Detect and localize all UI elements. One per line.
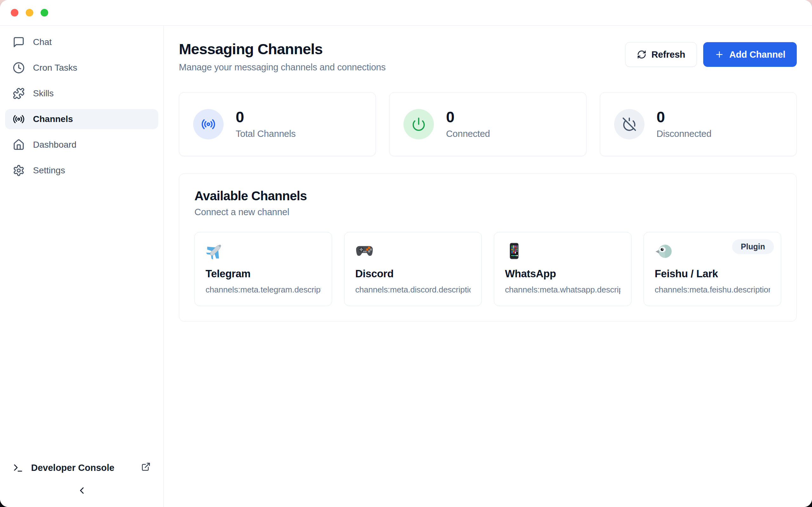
stat-value: 0	[657, 109, 711, 125]
game-controller-emoji	[355, 242, 374, 260]
channel-description: channels:meta.discord.descriptic	[355, 285, 471, 295]
stats-row: 0 Total Channels 0 Connected	[179, 92, 797, 156]
chat-bubble-icon	[13, 36, 25, 48]
stat-badge-total	[193, 109, 223, 139]
sidebar-item-cron-tasks[interactable]: Cron Tasks	[5, 58, 158, 78]
stat-badge-connected	[403, 109, 434, 139]
sidebar-item-label: Cron Tasks	[33, 63, 78, 73]
channel-name: Telegram	[206, 268, 321, 280]
developer-console-label: Developer Console	[31, 463, 114, 473]
channel-card-telegram[interactable]: Telegram channels:meta.telegram.descript	[194, 232, 332, 306]
stat-text: 0 Disconnected	[657, 109, 711, 139]
page-header-text: Messaging Channels Manage your messaging…	[179, 40, 386, 72]
stat-text: 0 Connected	[446, 109, 490, 139]
sidebar-item-channels[interactable]: Channels	[5, 109, 158, 129]
terminal-icon	[13, 463, 23, 473]
sidebar-item-label: Settings	[33, 165, 65, 176]
mobile-phone-emoji	[505, 242, 523, 260]
bird-emoji	[655, 242, 673, 260]
power-icon	[411, 117, 426, 131]
plugin-badge: Plugin	[732, 239, 774, 254]
plus-icon	[715, 50, 724, 59]
available-channels-subtitle: Connect a new channel	[194, 207, 781, 217]
minimize-window-button[interactable]	[26, 9, 33, 16]
sidebar: Chat Cron Tasks Skills Channels Dashboar	[0, 26, 164, 507]
stat-label: Total Channels	[236, 129, 296, 139]
sidebar-footer: Developer Console	[5, 462, 158, 499]
stat-value: 0	[446, 109, 490, 125]
sidebar-item-label: Channels	[33, 114, 73, 124]
stat-label: Connected	[446, 129, 490, 139]
puzzle-icon	[13, 88, 25, 100]
window-titlebar	[0, 0, 812, 26]
page-title: Messaging Channels	[179, 40, 386, 58]
zoom-window-button[interactable]	[41, 9, 48, 16]
add-channel-button[interactable]: Add Channel	[703, 42, 797, 67]
airplane-emoji	[206, 242, 224, 260]
header-actions: Refresh Add Channel	[625, 42, 797, 67]
sidebar-item-label: Skills	[33, 89, 54, 99]
gear-icon	[13, 164, 25, 176]
stat-text: 0 Total Channels	[236, 109, 296, 139]
channel-card-feishu-lark[interactable]: Plugin Feishu / Lark channels:meta.feish…	[644, 232, 781, 306]
stat-label: Disconnected	[657, 129, 711, 139]
stat-value: 0	[236, 109, 296, 125]
channel-card-whatsapp[interactable]: WhatsApp channels:meta.whatsapp.descrip	[494, 232, 631, 306]
page-header: Messaging Channels Manage your messaging…	[179, 40, 797, 72]
channel-name: WhatsApp	[505, 268, 620, 280]
available-channels-title: Available Channels	[194, 189, 781, 203]
close-window-button[interactable]	[11, 9, 18, 16]
sidebar-item-skills[interactable]: Skills	[5, 83, 158, 104]
page-subtitle: Manage your messaging channels and conne…	[179, 62, 386, 72]
stat-badge-disconnected	[614, 109, 645, 139]
clock-icon	[13, 62, 25, 74]
sidebar-nav: Chat Cron Tasks Skills Channels Dashboar	[5, 32, 158, 181]
channel-name: Feishu / Lark	[655, 268, 770, 280]
stat-card-connected: 0 Connected	[389, 92, 586, 156]
developer-console-link[interactable]: Developer Console	[5, 462, 158, 474]
channel-name: Discord	[355, 268, 471, 280]
channel-description: channels:meta.feishu.description	[655, 285, 770, 295]
stat-card-disconnected: 0 Disconnected	[600, 92, 797, 156]
channels-grid: Telegram channels:meta.telegram.descript	[194, 232, 781, 306]
main-content: Messaging Channels Manage your messaging…	[164, 26, 812, 507]
channel-card-discord[interactable]: Discord channels:meta.discord.descriptic	[344, 232, 482, 306]
external-link-icon	[141, 462, 151, 471]
radio-icon	[13, 113, 25, 125]
home-icon	[13, 139, 25, 151]
app-body: Chat Cron Tasks Skills Channels Dashboar	[0, 26, 812, 507]
channel-description: channels:meta.whatsapp.descrip	[505, 285, 620, 295]
sidebar-item-label: Chat	[33, 37, 52, 47]
sidebar-item-chat[interactable]: Chat	[5, 32, 158, 52]
refresh-icon	[637, 50, 647, 59]
sidebar-item-settings[interactable]: Settings	[5, 160, 158, 181]
power-off-icon	[622, 117, 637, 131]
sidebar-item-label: Dashboard	[33, 140, 77, 150]
add-channel-button-label: Add Channel	[729, 49, 785, 60]
sidebar-collapse-button[interactable]	[74, 483, 89, 499]
radio-icon	[201, 117, 216, 131]
available-channels-panel: Available Channels Connect a new channel	[179, 173, 797, 322]
stat-card-total-channels: 0 Total Channels	[179, 92, 376, 156]
sidebar-item-dashboard[interactable]: Dashboard	[5, 135, 158, 155]
refresh-button[interactable]: Refresh	[625, 42, 697, 67]
external-link-icon-wrap	[141, 462, 151, 474]
channel-description: channels:meta.telegram.descript	[206, 285, 321, 295]
chevron-left-icon	[77, 485, 87, 496]
app-window: Chat Cron Tasks Skills Channels Dashboar	[0, 0, 812, 507]
refresh-button-label: Refresh	[652, 49, 686, 60]
